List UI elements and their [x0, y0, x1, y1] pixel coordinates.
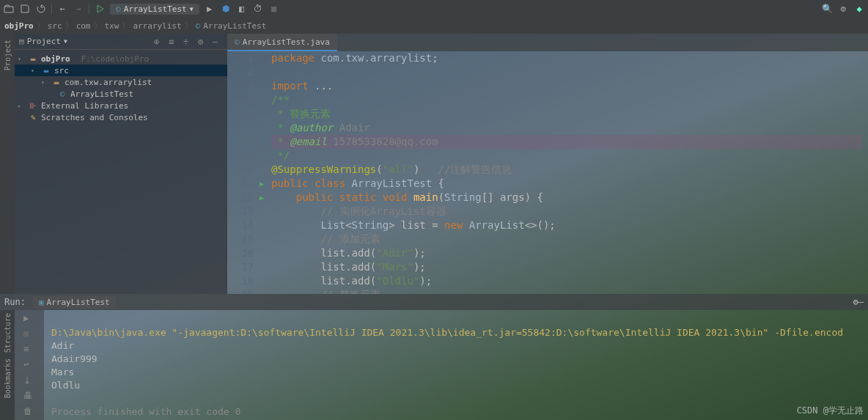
structure-tab[interactable]: Structure [4, 310, 12, 355]
breadcrumb: objPro 〉src 〉com 〉txw 〉arrarylist 〉©Arra… [0, 18, 868, 34]
run-gutter: ▶ ▶ [260, 51, 271, 294]
scroll-icon[interactable]: ⤓ [23, 375, 35, 386]
run-tab[interactable]: ▣ArrayListTest [33, 296, 116, 309]
rerun-icon[interactable]: ▶ [23, 313, 35, 324]
debug-icon[interactable]: ⬢ [220, 3, 232, 15]
collapse-all-icon[interactable]: ÷ [183, 37, 194, 47]
watermark: CSDN @学无止路 [797, 405, 864, 417]
left-tool-strip-bottom: Structure Bookmarks [0, 310, 15, 420]
bookmarks-tab[interactable]: Bookmarks [4, 355, 12, 401]
save-icon[interactable] [19, 3, 31, 15]
breadcrumb-project[interactable]: objPro [4, 21, 34, 31]
trash-icon[interactable]: 🗑 [23, 406, 35, 417]
open-icon[interactable] [3, 3, 15, 15]
run-hide-icon[interactable]: — [858, 297, 864, 307]
hide-icon[interactable]: — [213, 37, 223, 47]
expand-all-icon[interactable]: ≡ [169, 37, 179, 47]
run-config-selector[interactable]: ©ArrayListTest▼ [110, 4, 199, 15]
print-icon[interactable]: 🖶 [23, 391, 35, 402]
tree-root[interactable]: ▾▬objPro F:\code\objPro [15, 53, 227, 65]
run-settings-icon[interactable]: ⚙ [853, 297, 858, 307]
tree-scratch[interactable]: ✎Scratches and Consoles [15, 111, 227, 123]
line-gutter: 1 2 3 5 6 7 8 9 10 11 12 13 14 15 16 17 … [227, 51, 260, 294]
left-tool-strip: Project [0, 34, 15, 294]
tree-pkg[interactable]: ▾▬com.txw.arrarylist [15, 76, 227, 88]
console-output[interactable]: D:\Java\bin\java.exe "-javaagent:D:\soft… [44, 310, 868, 420]
soft-wrap-icon[interactable]: ↩ [23, 359, 35, 370]
panel-title[interactable]: ▤Project▼ [19, 37, 67, 46]
project-tab[interactable]: Project [4, 37, 12, 73]
tree-ext-lib[interactable]: ▸⊪External Libraries [15, 100, 227, 111]
stop-icon[interactable]: ■ [268, 3, 280, 15]
editor-tabs: ©ArrayListTest.java [227, 34, 868, 51]
editor: ©ArrayListTest.java 1 2 3 5 6 7 8 9 10 1… [227, 34, 868, 294]
tree-class[interactable]: ©ArrayListTest [15, 88, 227, 100]
project-tree: ▾▬objPro F:\code\objPro ▾▬src ▾▬com.txw.… [15, 50, 227, 126]
back-icon[interactable]: ← [56, 3, 68, 15]
run-marker-icon[interactable]: ▶ [260, 177, 271, 191]
run-sidebar: ▶ ■ ≡ ↩ ⤓ 🖶 🗑 [15, 310, 44, 420]
settings-icon[interactable]: ⚙ [837, 3, 849, 15]
editor-tab[interactable]: ©ArrayListTest.java [227, 34, 337, 51]
build-icon[interactable] [94, 3, 106, 15]
reload-icon[interactable] [35, 3, 47, 15]
profile-icon[interactable]: ⏱ [252, 3, 264, 15]
search-icon[interactable]: 🔍 [821, 3, 833, 15]
main-toolbar: ← → ©ArrayListTest▼ ▶ ⬢ ◧ ⏱ ■ 🔍 ⚙ ◆ [0, 0, 868, 18]
avatar-icon[interactable]: ◆ [853, 3, 865, 15]
run-panel-header: Run: ▣ArrayListTest ⚙ — [0, 294, 868, 310]
tree-src[interactable]: ▾▬src [15, 65, 227, 76]
code-area[interactable]: package com.txw.arrarylist; import ... /… [271, 51, 868, 294]
forward-icon[interactable]: → [73, 3, 84, 15]
layout-icon[interactable]: ≡ [23, 344, 35, 355]
select-target-icon[interactable]: ⊕ [154, 37, 164, 47]
run-icon[interactable]: ▶ [204, 3, 216, 15]
gear-icon[interactable]: ⚙ [198, 37, 208, 47]
run-marker-icon[interactable]: ▶ [260, 191, 271, 205]
run-label: Run: [4, 297, 26, 307]
stop-run-icon[interactable]: ■ [23, 328, 35, 339]
project-panel: ▤Project▼ ⊕ ≡ ÷ ⚙ — ▾▬objPro F:\code\obj… [15, 34, 227, 294]
coverage-icon[interactable]: ◧ [236, 3, 248, 15]
